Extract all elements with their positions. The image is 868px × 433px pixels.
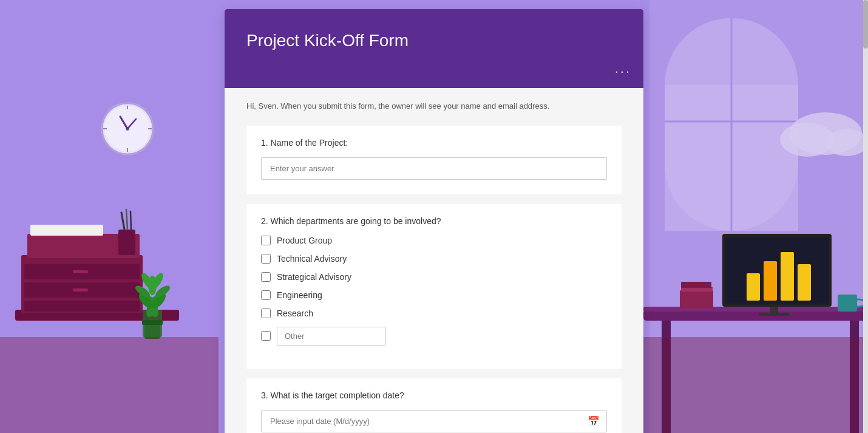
question-1-text: Name of the Project: [271, 138, 348, 148]
engineering-label[interactable]: Engineering [277, 290, 322, 300]
form-info-text: Hi, Sven. When you submit this form, the… [246, 100, 622, 112]
list-item: Product Group [261, 236, 607, 245]
svg-rect-23 [681, 282, 711, 288]
form-header: Project Kick-Off Form ··· [225, 9, 643, 88]
list-item: Research [261, 309, 607, 318]
svg-line-47 [131, 211, 131, 230]
svg-rect-16 [759, 313, 789, 316]
list-item: Engineering [261, 290, 607, 300]
product-group-checkbox[interactable] [261, 236, 271, 245]
form-title: Project Kick-Off Form [246, 31, 622, 50]
question-1-block: 1. Name of the Project: [246, 126, 622, 194]
svg-rect-41 [73, 288, 88, 292]
departments-list: Product Group Technical Advisory Strateg… [261, 236, 607, 346]
scrollbar-thumb[interactable] [863, 0, 868, 49]
svg-rect-40 [73, 270, 88, 273]
svg-rect-21 [680, 290, 713, 309]
technical-advisory-checkbox[interactable] [261, 254, 271, 264]
svg-rect-12 [643, 307, 868, 312]
svg-rect-17 [747, 273, 760, 301]
svg-rect-59 [142, 320, 163, 325]
other-text-input[interactable] [277, 327, 386, 346]
svg-point-8 [826, 129, 868, 156]
calendar-icon[interactable]: 📅 [588, 415, 600, 427]
svg-rect-60 [0, 337, 219, 433]
question-1-label: 1. Name of the Project: [261, 138, 607, 148]
svg-rect-39 [24, 301, 140, 312]
svg-rect-43 [30, 225, 103, 236]
form-body: Hi, Sven. When you submit this form, the… [225, 88, 643, 433]
project-name-input[interactable] [261, 157, 607, 180]
engineering-checkbox[interactable] [261, 290, 271, 300]
list-item: Strategical Advisory [261, 272, 607, 282]
svg-rect-19 [781, 252, 794, 301]
form-container: Project Kick-Off Form ··· Hi, Sven. When… [225, 9, 643, 433]
question-3-label: 3. What is the target completion date? [261, 390, 607, 400]
question-2-text: Which departments are going to be involv… [271, 216, 441, 226]
date-input-wrapper: 📅 [261, 410, 607, 432]
strategical-advisory-checkbox[interactable] [261, 272, 271, 282]
question-3-number: 3. [261, 390, 268, 400]
research-label[interactable]: Research [277, 309, 313, 318]
more-options-button[interactable]: ··· [615, 64, 631, 80]
technical-advisory-label[interactable]: Technical Advisory [277, 254, 347, 264]
question-1-number: 1. [261, 138, 268, 148]
research-checkbox[interactable] [261, 309, 271, 318]
svg-rect-20 [798, 264, 811, 301]
strategical-advisory-label[interactable]: Strategical Advisory [277, 272, 351, 282]
question-3-text: What is the target completion date? [271, 390, 404, 400]
list-item: Technical Advisory [261, 254, 607, 264]
svg-rect-44 [118, 230, 135, 255]
svg-rect-24 [838, 295, 857, 312]
svg-rect-61 [643, 337, 868, 433]
scrollbar[interactable] [863, 0, 868, 433]
product-group-label[interactable]: Product Group [277, 236, 332, 245]
other-checkbox[interactable] [261, 331, 271, 341]
question-2-label: 2. Which departments are going to be inv… [261, 216, 607, 226]
question-2-block: 2. Which departments are going to be inv… [246, 204, 622, 369]
list-item [261, 327, 607, 346]
question-3-block: 3. What is the target completion date? 📅 [246, 378, 622, 434]
completion-date-input[interactable] [261, 410, 607, 432]
svg-rect-18 [764, 261, 777, 301]
question-2-number: 2. [261, 216, 268, 226]
